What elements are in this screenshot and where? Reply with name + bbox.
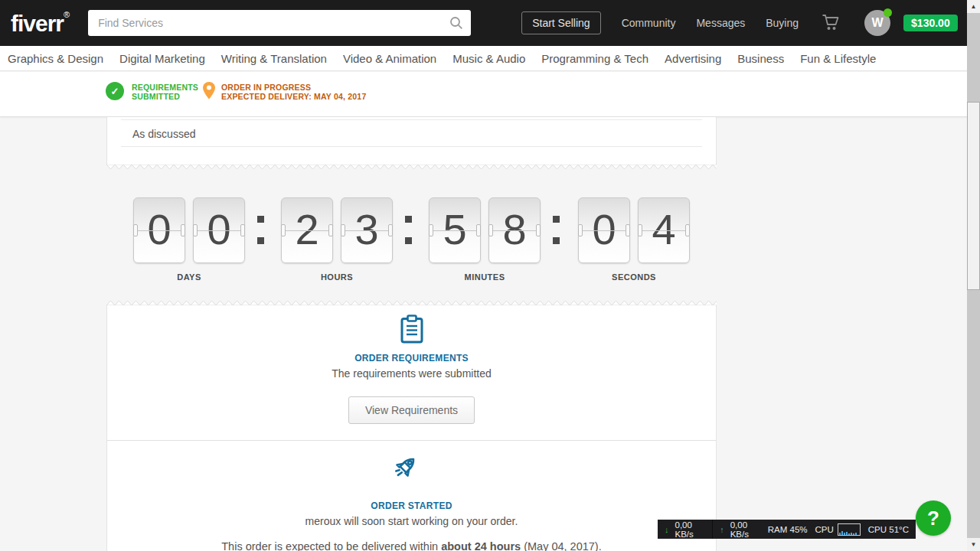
registered-mark: ® — [64, 10, 70, 19]
status-step1-label: REQUIREMENTS SUBMITTED — [132, 82, 198, 101]
digit-value: 3 — [354, 205, 378, 253]
countdown-digit-seconds-ones: 4 — [638, 197, 690, 263]
scroll-up-button[interactable]: ▲ — [967, 0, 980, 13]
hinge — [240, 224, 245, 236]
monitor-separator — [712, 520, 714, 539]
check-circle-icon: ✓ — [106, 82, 124, 100]
hinge — [328, 224, 333, 236]
hinge — [181, 224, 185, 236]
hinge — [476, 224, 481, 236]
digit-value: 4 — [652, 205, 675, 253]
cat-business[interactable]: Business — [737, 52, 784, 65]
ticket-zigzag-top — [106, 299, 717, 305]
status-order-in-progress: ORDER IN PROGRESS EXPECTED DELIVERY: MAY… — [203, 82, 366, 103]
delivery-prefix: This order is expected to be delivered w… — [221, 540, 441, 551]
hinge — [193, 224, 198, 236]
cpu-graph — [838, 523, 861, 536]
clock-colon — [405, 197, 412, 263]
cat-writing-translation[interactable]: Writing & Translation — [221, 52, 327, 65]
location-pin-icon — [203, 82, 215, 103]
search-bar[interactable] — [88, 10, 471, 36]
avatar[interactable]: W — [864, 10, 890, 36]
cat-video-animation[interactable]: Video & Animation — [343, 52, 436, 65]
scrollbar-thumb[interactable] — [967, 102, 980, 290]
download-speed: 0,00 KB/s — [675, 520, 705, 539]
divider — [121, 146, 702, 147]
fiverr-logo[interactable]: fiverr® — [11, 10, 70, 37]
nav-community[interactable]: Community — [622, 17, 676, 29]
status-step2-line2: EXPECTED DELIVERY: MAY 04, 2017 — [221, 92, 366, 101]
hinge — [536, 224, 541, 236]
category-nav: Graphics & Design Digital Marketing Writ… — [0, 46, 980, 71]
top-header: fiverr® Start Selling Community Messages… — [0, 0, 980, 46]
cart-icon[interactable] — [822, 14, 840, 34]
divider — [121, 119, 702, 120]
order-requirements-title: ORDER REQUIREMENTS — [354, 353, 469, 364]
hinge — [388, 224, 393, 236]
cat-digital-marketing[interactable]: Digital Marketing — [119, 52, 205, 65]
hinge — [578, 224, 583, 236]
clock-label-seconds: SECONDS — [573, 272, 695, 282]
system-monitor-bar[interactable]: ↓ 0,00 KB/s ↑ 0,00 KB/s RAM 45% CPU CPU … — [658, 520, 916, 539]
avatar-initial: W — [872, 16, 884, 30]
start-selling-button[interactable]: Start Selling — [521, 11, 600, 34]
hinge — [281, 224, 286, 236]
logo-text: fiverr — [11, 11, 64, 36]
delivery-duration: about 24 hours — [441, 540, 521, 551]
hinge — [638, 224, 642, 236]
countdown-digit-days-ones: 0 — [193, 197, 245, 263]
clipboard-icon — [400, 315, 423, 347]
order-events-card: ORDER REQUIREMENTS The requirements were… — [106, 305, 717, 551]
order-started-title: ORDER STARTED — [371, 500, 452, 511]
header-right: Start Selling Community Messages Buying … — [521, 10, 958, 36]
clock-colon — [553, 197, 560, 263]
conversation-message: As discussed — [132, 128, 195, 140]
countdown-digit-days-tens: 0 — [133, 197, 185, 263]
cpu-label: CPU — [815, 525, 834, 534]
digit-value: 2 — [295, 205, 318, 253]
hinge — [626, 224, 630, 236]
clock-label-days: DAYS — [128, 272, 250, 282]
nav-buying[interactable]: Buying — [766, 17, 799, 29]
status-step1-line1: REQUIREMENTS — [132, 83, 198, 92]
online-status-dot — [884, 8, 892, 17]
cat-programming-tech[interactable]: Programming & Tech — [541, 52, 648, 65]
conversation-card: As discussed — [106, 117, 717, 165]
hinge — [429, 224, 433, 236]
cat-music-audio[interactable]: Music & Audio — [452, 52, 525, 65]
help-button[interactable]: ? — [916, 500, 951, 536]
hinge — [133, 224, 138, 236]
vertical-scrollbar: ▲ ▼ — [967, 0, 980, 551]
countdown-digit-seconds-tens: 0 — [578, 197, 630, 263]
clock-colon — [257, 197, 264, 263]
cat-graphics-design[interactable]: Graphics & Design — [8, 52, 103, 65]
hinge — [488, 224, 493, 236]
digit-value: 0 — [207, 205, 230, 253]
digit-value: 8 — [502, 205, 526, 253]
status-step1-line2: SUBMITTED — [132, 92, 180, 101]
search-icon[interactable] — [449, 16, 463, 30]
nav-messages[interactable]: Messages — [696, 17, 745, 29]
countdown-digit-minutes-tens: 5 — [429, 197, 481, 263]
clock-label-hours: HOURS — [276, 272, 398, 282]
order-status-band: ✓ REQUIREMENTS SUBMITTED ORDER IN PROGRE… — [0, 72, 980, 117]
cat-fun-lifestyle[interactable]: Fun & Lifestyle — [800, 52, 876, 65]
section-divider — [107, 440, 716, 441]
digit-value: 5 — [443, 205, 466, 253]
search-input[interactable] — [88, 17, 471, 29]
cat-advertising[interactable]: Advertising — [665, 52, 721, 65]
ram-usage: RAM 45% — [768, 525, 808, 534]
order-started-subtitle: meroux will soon start working on your o… — [305, 515, 518, 527]
upload-speed: 0,00 KB/s — [730, 520, 760, 539]
balance-badge[interactable]: $130.00 — [903, 15, 958, 31]
upload-arrow-icon: ↑ — [720, 525, 724, 534]
digit-value: 0 — [147, 205, 171, 253]
delivery-suffix: (May 04, 2017). — [521, 540, 602, 551]
ticket-zigzag-bottom — [106, 165, 717, 171]
view-requirements-button[interactable]: View Requirements — [348, 396, 475, 424]
countdown-digit-minutes-ones: 8 — [488, 197, 541, 263]
cpu-temperature: CPU 51°C — [868, 525, 909, 534]
status-step2-line1: ORDER IN PROGRESS — [221, 83, 311, 92]
countdown-digit-hours-ones: 3 — [341, 197, 393, 263]
scroll-down-button[interactable]: ▼ — [967, 538, 980, 551]
